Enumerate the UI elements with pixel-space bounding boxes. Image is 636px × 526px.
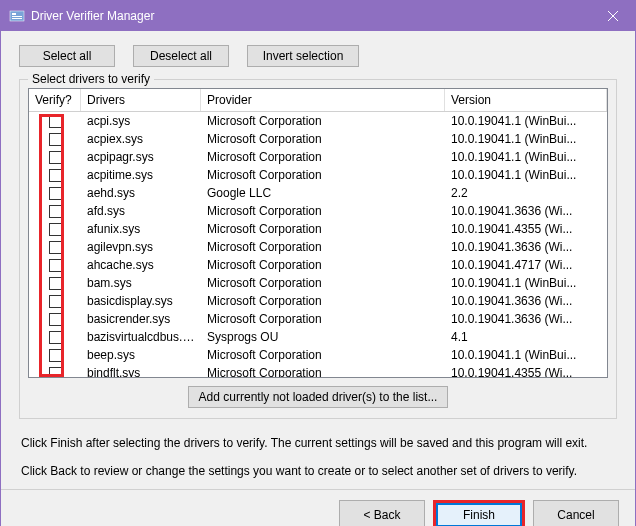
driver-name-cell: agilevpn.sys — [81, 239, 201, 255]
verify-cell — [29, 330, 81, 345]
driver-name-cell: ahcache.sys — [81, 257, 201, 273]
driver-name-cell: bam.sys — [81, 275, 201, 291]
table-row[interactable]: bam.sysMicrosoft Corporation10.0.19041.1… — [29, 274, 607, 292]
verify-checkbox[interactable] — [49, 241, 62, 254]
verify-cell — [29, 186, 81, 201]
verify-cell — [29, 222, 81, 237]
verify-checkbox[interactable] — [49, 205, 62, 218]
verify-checkbox[interactable] — [49, 133, 62, 146]
verify-checkbox[interactable] — [49, 367, 62, 378]
list-header: Verify? Drivers Provider Version — [29, 89, 607, 112]
verify-checkbox[interactable] — [49, 223, 62, 236]
provider-cell: Google LLC — [201, 185, 445, 201]
table-row[interactable]: beep.sysMicrosoft Corporation10.0.19041.… — [29, 346, 607, 364]
svg-rect-3 — [12, 18, 22, 19]
window-title: Driver Verifier Manager — [31, 9, 590, 23]
provider-cell: Microsoft Corporation — [201, 311, 445, 327]
version-cell: 2.2 — [445, 185, 607, 201]
version-cell: 10.0.19041.3636 (Wi... — [445, 203, 607, 219]
verify-checkbox[interactable] — [49, 187, 62, 200]
table-row[interactable]: aehd.sysGoogle LLC2.2 — [29, 184, 607, 202]
provider-cell: Microsoft Corporation — [201, 275, 445, 291]
column-header-provider[interactable]: Provider — [201, 89, 445, 111]
svg-rect-2 — [12, 16, 22, 17]
version-cell: 4.1 — [445, 329, 607, 345]
driver-name-cell: basicrender.sys — [81, 311, 201, 327]
provider-cell: Microsoft Corporation — [201, 347, 445, 363]
version-cell: 10.0.19041.4355 (Wi... — [445, 221, 607, 237]
verify-checkbox[interactable] — [49, 277, 62, 290]
annotation-highlight-finish: Finish — [433, 500, 525, 526]
driver-name-cell: acpipagr.sys — [81, 149, 201, 165]
verify-cell — [29, 312, 81, 327]
verify-checkbox[interactable] — [49, 115, 62, 128]
select-all-button[interactable]: Select all — [19, 45, 115, 67]
table-row[interactable]: acpi.sysMicrosoft Corporation10.0.19041.… — [29, 112, 607, 130]
cancel-button[interactable]: Cancel — [533, 500, 619, 526]
wizard-footer: < Back Finish Cancel — [1, 489, 635, 526]
driver-name-cell: acpi.sys — [81, 113, 201, 129]
verify-cell — [29, 348, 81, 363]
drivers-groupbox: Select drivers to verify Verify? Drivers… — [19, 79, 617, 419]
version-cell: 10.0.19041.1 (WinBui... — [445, 113, 607, 129]
table-row[interactable]: bindflt.sysMicrosoft Corporation10.0.190… — [29, 364, 607, 377]
back-button[interactable]: < Back — [339, 500, 425, 526]
add-not-loaded-button[interactable]: Add currently not loaded driver(s) to th… — [188, 386, 448, 408]
verify-checkbox[interactable] — [49, 295, 62, 308]
invert-selection-button[interactable]: Invert selection — [247, 45, 359, 67]
version-cell: 10.0.19041.1 (WinBui... — [445, 167, 607, 183]
provider-cell: Microsoft Corporation — [201, 257, 445, 273]
provider-cell: Microsoft Corporation — [201, 167, 445, 183]
table-row[interactable]: bazisvirtualcdbus.sysSysprogs OU4.1 — [29, 328, 607, 346]
provider-cell: Microsoft Corporation — [201, 365, 445, 377]
verify-cell — [29, 168, 81, 183]
table-row[interactable]: acpipagr.sysMicrosoft Corporation10.0.19… — [29, 148, 607, 166]
groupbox-label: Select drivers to verify — [28, 72, 154, 86]
verify-checkbox[interactable] — [49, 259, 62, 272]
provider-cell: Microsoft Corporation — [201, 293, 445, 309]
deselect-all-button[interactable]: Deselect all — [133, 45, 229, 67]
verify-cell — [29, 132, 81, 147]
table-row[interactable]: agilevpn.sysMicrosoft Corporation10.0.19… — [29, 238, 607, 256]
driver-verifier-window: Driver Verifier Manager Select all Desel… — [0, 0, 636, 526]
provider-cell: Sysprogs OU — [201, 329, 445, 345]
table-row[interactable]: ahcache.sysMicrosoft Corporation10.0.190… — [29, 256, 607, 274]
version-cell: 10.0.19041.1 (WinBui... — [445, 347, 607, 363]
driver-name-cell: acpiex.sys — [81, 131, 201, 147]
verify-cell — [29, 294, 81, 309]
version-cell: 10.0.19041.3636 (Wi... — [445, 239, 607, 255]
verify-checkbox[interactable] — [49, 313, 62, 326]
table-row[interactable]: acpitime.sysMicrosoft Corporation10.0.19… — [29, 166, 607, 184]
provider-cell: Microsoft Corporation — [201, 149, 445, 165]
driver-name-cell: bazisvirtualcdbus.sys — [81, 329, 201, 345]
table-row[interactable]: afd.sysMicrosoft Corporation10.0.19041.3… — [29, 202, 607, 220]
verify-checkbox[interactable] — [49, 151, 62, 164]
provider-cell: Microsoft Corporation — [201, 221, 445, 237]
verify-checkbox[interactable] — [49, 349, 62, 362]
verify-checkbox[interactable] — [49, 169, 62, 182]
verify-cell — [29, 240, 81, 255]
version-cell: 10.0.19041.3636 (Wi... — [445, 293, 607, 309]
driver-name-cell: acpitime.sys — [81, 167, 201, 183]
table-row[interactable]: acpiex.sysMicrosoft Corporation10.0.1904… — [29, 130, 607, 148]
provider-cell: Microsoft Corporation — [201, 131, 445, 147]
provider-cell: Microsoft Corporation — [201, 113, 445, 129]
verify-cell — [29, 204, 81, 219]
column-header-verify[interactable]: Verify? — [29, 89, 81, 111]
table-row[interactable]: basicdisplay.sysMicrosoft Corporation10.… — [29, 292, 607, 310]
hint-back: Click Back to review or change the setti… — [21, 463, 615, 479]
version-cell: 10.0.19041.1 (WinBui... — [445, 149, 607, 165]
close-button[interactable] — [590, 1, 635, 31]
driver-name-cell: afunix.sys — [81, 221, 201, 237]
driver-name-cell: afd.sys — [81, 203, 201, 219]
verify-checkbox[interactable] — [49, 331, 62, 344]
version-cell: 10.0.19041.4355 (Wi... — [445, 365, 607, 377]
table-row[interactable]: afunix.sysMicrosoft Corporation10.0.1904… — [29, 220, 607, 238]
column-header-drivers[interactable]: Drivers — [81, 89, 201, 111]
list-body[interactable]: acpi.sysMicrosoft Corporation10.0.19041.… — [29, 112, 607, 377]
hint-finish: Click Finish after selecting the drivers… — [21, 435, 615, 451]
version-cell: 10.0.19041.1 (WinBui... — [445, 131, 607, 147]
table-row[interactable]: basicrender.sysMicrosoft Corporation10.0… — [29, 310, 607, 328]
finish-button[interactable]: Finish — [436, 503, 522, 526]
column-header-version[interactable]: Version — [445, 89, 607, 111]
